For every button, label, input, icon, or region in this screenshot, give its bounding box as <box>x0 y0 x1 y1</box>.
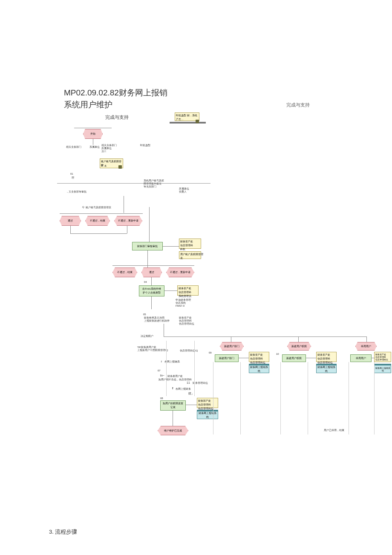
q-label: Q <box>82 206 84 209</box>
q-text: 账户账号及权限管理表 <box>86 206 111 209</box>
mgmt-pos-label: 信息管理岗位IQ <box>180 349 198 352</box>
sys-unit-label: 系属单位 <box>89 146 100 149</box>
faint-b3b <box>374 362 375 434</box>
branch3-hex: 停用用户 <box>355 342 377 351</box>
hex-pass-1: 通过 <box>60 216 81 226</box>
title-line2: 系统用户维护 <box>64 99 167 110</box>
branch2-note: 财务资产处 信息管理科 信息管理岗位 <box>316 352 337 362</box>
line-hex2-top <box>112 265 194 266</box>
branch2-hex: 新建用户权限 <box>287 342 311 351</box>
line-fin-note <box>163 246 179 247</box>
faint-b3a <box>349 362 349 434</box>
line-hex1-bot <box>70 233 127 234</box>
line-fmis-note <box>164 290 177 291</box>
f-text: 各网上报财务 <box>176 388 191 391</box>
faint-b1a <box>213 362 213 434</box>
fmis-box: 在FmIs系统中维 护个人在账类型 <box>139 285 164 296</box>
timing-label: 时机选型 <box>140 144 150 147</box>
faint-mid <box>166 341 167 396</box>
step04-label: 04 <box>144 281 147 284</box>
branch-v1 <box>231 336 231 342</box>
doc-icon <box>196 120 199 123</box>
doc-icon-2 <box>118 165 122 169</box>
f-label: f <box>172 387 173 390</box>
dept-fin-label: 相关业务部门 <box>66 146 81 149</box>
step05-label: 05 <box>143 313 146 316</box>
shadow-bar-top <box>170 122 206 124</box>
fin-mgmt-pos-label: 财务管理岗位 <box>193 382 208 385</box>
hex-retry-1: 不通过，重新申请 <box>114 216 142 226</box>
num11: 11 <box>187 381 190 385</box>
step07-label: 07 <box>158 369 161 372</box>
branch-line-h <box>164 336 366 337</box>
branch3-green: 停用用户 <box>350 354 372 362</box>
line-1-v <box>93 139 93 145</box>
step08-label: 08 <box>160 397 163 400</box>
unit-resp-label: 所属单位 负责人 <box>179 187 189 193</box>
faint-b1b <box>240 362 241 434</box>
line-08-down <box>173 411 173 426</box>
branch-v2 <box>298 336 299 342</box>
line-fmis-down <box>151 296 152 309</box>
tn-label: tn~ <box>160 374 164 377</box>
branch1-note: 财务资产处 信息管理科 信息管理岗位 <box>249 352 269 362</box>
hex-pass-2: 通过 <box>141 267 162 277</box>
branch1-cyan: 财务网上报销系 统 <box>249 364 269 373</box>
line-b2-note <box>306 358 316 358</box>
bullet-left-label: ，又业务部等审批 <box>66 190 86 193</box>
header-right: 完成与支持 <box>286 102 310 108</box>
decide-role-label: 财务资产处 信息管理科 信息管理岗位 <box>179 316 194 326</box>
start-hex: 开始 <box>83 129 103 139</box>
fmis-role-note: 财务资产处 信息管理科 系统管理员 <box>177 285 199 296</box>
line-hex1-right <box>149 207 150 245</box>
faint-mid2 <box>194 341 195 396</box>
branch-v3 <box>366 336 367 342</box>
line-q-v <box>124 196 124 213</box>
decide-type-label: 决定期限户 <box>141 335 153 338</box>
line-hex1-a <box>70 226 71 233</box>
line-fin-down <box>147 250 148 267</box>
review-sys-label: 系统用户账号及权 限管理提外提交 等充负部门 <box>144 179 164 189</box>
branch2-cyan: 财务网上报销系 统 <box>316 364 337 373</box>
end-note: 用户已停用，结束 <box>324 429 344 432</box>
step10-label: 10 <box>276 353 279 356</box>
hex-reject-1: 不通过，结束 <box>85 216 110 226</box>
fmis-sys-label: 中油财务管理 信息系统 FMS7.0 <box>176 299 191 308</box>
title-block: MP02.09.02.82财务网上报销 系统用户维护 <box>64 87 167 110</box>
line-decide-down <box>164 324 164 336</box>
line-b1-note <box>239 358 249 358</box>
branch1-green: 新建用户部门 <box>215 354 239 362</box>
line-b3-note <box>372 358 375 358</box>
rule-1 <box>57 183 210 184</box>
line-hex2-down <box>151 277 152 286</box>
header-mid: 完成与支持 <box>105 114 129 121</box>
r-label: r <box>161 360 162 363</box>
step09-label: 09 <box>209 351 212 354</box>
page: MP02.09.02.82财务网上报销 系统用户维护 完成与支持 完成与支持 时… <box>0 0 392 555</box>
num9-suffix: 表 <box>104 164 107 167</box>
dept-fin2-label: 相关业务部门 所属单位 员工 <box>101 144 117 153</box>
r-text: 各网上报确系 <box>164 360 180 363</box>
section3-heading: 3. 流程步骤 <box>49 528 77 536</box>
branch2-green: 新建用户权限 <box>282 354 306 362</box>
end-hex: 维户维护已完成 <box>158 426 188 435</box>
decide-label: 财务检查及日历间 上报财务路进行机制作 <box>144 316 170 322</box>
faint-b2a <box>280 362 281 434</box>
faint-b2b <box>308 362 308 434</box>
fin-mgr-note: 财务资产处 信息管理科 科长 <box>179 239 201 249</box>
perm-mod-box: 如用户的权限设置 它更 <box>160 400 186 411</box>
perm-role-note: 财务部产处 信息管理科 信息管理岗位 <box>197 398 218 408</box>
num9: 9 <box>101 164 103 167</box>
sys-store-1: 财务网上报销系 统 <box>197 410 218 419</box>
title-line1: MP02.09.02.82财务网上报销 <box>64 87 167 98</box>
line-hex1-b <box>127 226 127 233</box>
sys-end-label: 统」 <box>188 392 194 395</box>
step01-label: 01 <box>70 173 73 175</box>
tn-text: 财务类用户处 <box>167 375 183 378</box>
hex-reject-2: 不通过，结束 <box>112 267 137 277</box>
branch3-note: 财务资产处 信息管理科 信息管理岗位 <box>374 352 391 362</box>
fin-review-box: 财务部门审核审批 <box>132 242 163 250</box>
branch1-hex: 新建用户部门 <box>220 342 244 351</box>
line-perm-note <box>186 405 197 405</box>
line-start-top <box>74 128 112 128</box>
